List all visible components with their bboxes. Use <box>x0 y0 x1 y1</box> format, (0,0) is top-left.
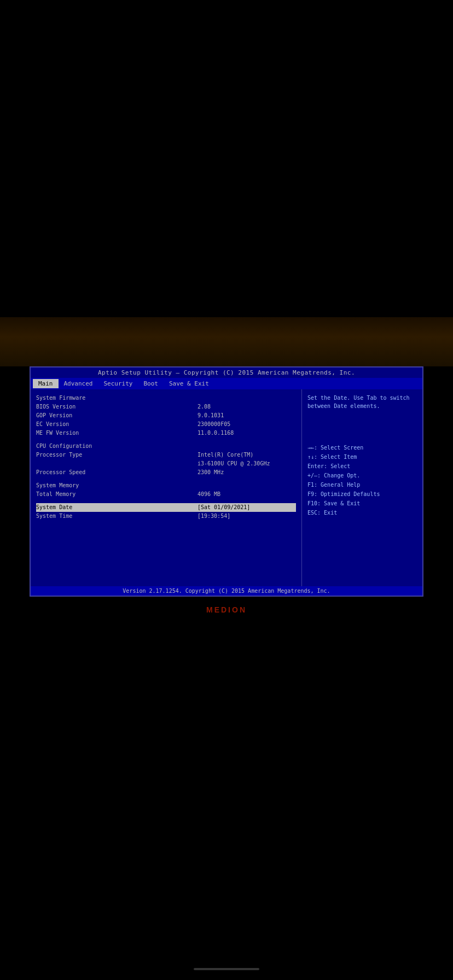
menu-save-exit[interactable]: Save & Exit <box>164 379 214 388</box>
row-bios-version: BIOS Version 2.08 <box>36 402 296 411</box>
label-system-memory: System Memory <box>36 481 296 490</box>
nav-select-screen: →←: Select Screen <box>307 443 417 452</box>
label-system-firmware: System Firmware <box>36 394 296 402</box>
row-system-date[interactable]: System Date [Sat 01/09/2021] <box>36 503 296 512</box>
bios-content: System Firmware BIOS Version 2.08 GOP Ve… <box>31 389 422 586</box>
row-processor-type-2: i3-6100U CPU @ 2.30GHz <box>36 459 296 468</box>
row-total-memory: Total Memory 4096 MB <box>36 490 296 499</box>
row-processor-type: Processor Type Intel(R) Core(TM) <box>36 451 296 459</box>
bios-left-panel: System Firmware BIOS Version 2.08 GOP Ve… <box>31 389 302 586</box>
nav-enter: Enter: Select <box>307 462 417 471</box>
menu-boot[interactable]: Boot <box>138 379 164 388</box>
section-datetime: System Date [Sat 01/09/2021] System Time… <box>36 503 296 521</box>
help-text: Set the Date. Use Tab to switch between … <box>307 394 417 410</box>
nav-f9: F9: Optimized Defaults <box>307 489 417 499</box>
brand-logo: MEDION <box>206 605 247 614</box>
nav-change-opt: +/–: Change Opt. <box>307 471 417 480</box>
bios-menubar[interactable]: Main Advanced Security Boot Save & Exit <box>31 378 422 389</box>
row-processor-speed: Processor Speed 2300 MHz <box>36 468 296 477</box>
bios-title: Aptio Setup Utility – Copyright (C) 2015… <box>31 368 422 378</box>
row-system-time[interactable]: System Time [19:30:54] <box>36 512 296 521</box>
phone-frame: Aptio Setup Utility – Copyright (C) 2015… <box>0 0 453 980</box>
bios-screen: Aptio Setup Utility – Copyright (C) 2015… <box>30 366 423 597</box>
nav-help: →←: Select Screen ↑↓: Select Item Enter:… <box>307 443 417 517</box>
nav-select-item: ↑↓: Select Item <box>307 452 417 462</box>
section-memory: System Memory Total Memory 4096 MB <box>36 481 296 499</box>
row-gop-version: GOP Version 9.0.1031 <box>36 411 296 420</box>
section-cpu: CPU Configuration Processor Type Intel(R… <box>36 442 296 477</box>
section-firmware: System Firmware BIOS Version 2.08 GOP Ve… <box>36 394 296 438</box>
bottom-area: MEDION <box>0 597 453 980</box>
row-ec-version: EC Version 2300000F05 <box>36 420 296 429</box>
nav-f1: F1: General Help <box>307 480 417 489</box>
label-cpu-config: CPU Configuration <box>36 442 296 451</box>
nav-f10: F10: Save & Exit <box>307 499 417 508</box>
top-bezel <box>0 0 453 317</box>
bios-right-panel: Set the Date. Use Tab to switch between … <box>302 389 422 586</box>
home-indicator[interactable] <box>194 968 259 970</box>
row-me-fw-version: ME FW Version 11.0.0.1168 <box>36 429 296 438</box>
menu-advanced[interactable]: Advanced <box>59 379 98 388</box>
menu-main[interactable]: Main <box>33 379 59 388</box>
desk-reflection <box>0 317 453 366</box>
bios-footer: Version 2.17.1254. Copyright (C) 2015 Am… <box>31 586 422 596</box>
menu-security[interactable]: Security <box>98 379 138 388</box>
nav-esc: ESC: Exit <box>307 508 417 517</box>
